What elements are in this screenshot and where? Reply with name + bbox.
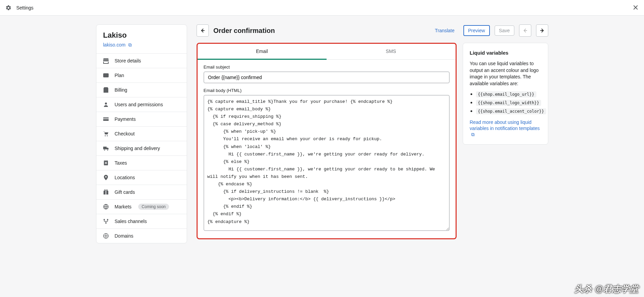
svg-point-0 xyxy=(105,103,107,105)
gear-icon xyxy=(5,5,12,11)
help-desc: You can use liquid variables to output a… xyxy=(470,60,541,87)
sidebar-item-label: Users and permissions xyxy=(115,102,163,107)
sidebar-item-label: Domains xyxy=(115,233,133,239)
sidebar-item-label: Locations xyxy=(115,175,135,180)
preview-button[interactable]: Preview xyxy=(463,25,490,36)
email-body-label: Email body (HTML) xyxy=(204,88,449,93)
gift-icon xyxy=(103,189,109,196)
sidebar-item-label: Plan xyxy=(115,73,124,78)
sidebar-item-label: Billing xyxy=(115,87,127,93)
sidebar-item-markets[interactable]: Markets Coming soon xyxy=(96,199,187,214)
user-icon xyxy=(103,101,109,108)
svg-point-4 xyxy=(107,135,108,136)
svg-point-14 xyxy=(105,222,107,224)
email-subject-input[interactable] xyxy=(204,72,449,83)
tabs: Email SMS xyxy=(198,44,456,60)
list-item: {{shop.email_logo_url}} xyxy=(476,91,541,97)
sidebar-item-gift-cards[interactable]: Gift cards xyxy=(96,185,187,199)
back-button[interactable] xyxy=(197,24,209,37)
channels-icon xyxy=(103,218,109,225)
domains-icon xyxy=(103,233,109,239)
coming-soon-badge: Coming soon xyxy=(138,204,169,210)
liquid-help-card: Liquid variables You can use liquid vari… xyxy=(463,43,548,145)
svg-rect-2 xyxy=(103,118,109,119)
svg-point-5 xyxy=(104,150,105,151)
close-icon[interactable]: ✕ xyxy=(632,3,639,12)
page-header: Order confirmation Translate Preview Sav… xyxy=(197,24,548,37)
liquid-var: {{shop.email_accent_color}} xyxy=(476,108,546,114)
sidebar-item-label: Taxes xyxy=(115,160,127,166)
help-var-list: {{shop.email_logo_url}} {{shop.email_log… xyxy=(470,91,541,114)
sidebar-item-store-details[interactable]: Store details xyxy=(96,53,187,68)
svg-rect-10 xyxy=(106,191,106,194)
plan-icon xyxy=(103,72,109,79)
sidebar-item-domains[interactable]: Domains xyxy=(96,228,187,243)
arrow-left-icon xyxy=(522,27,528,34)
save-button[interactable]: Save xyxy=(495,25,514,36)
sidebar-item-label: Markets xyxy=(115,204,132,209)
help-title: Liquid variables xyxy=(470,50,541,56)
sidebar-item-label: Store details xyxy=(115,58,141,63)
sidebar-item-label: Payments xyxy=(115,116,136,122)
topbar: Settings ✕ xyxy=(0,0,644,16)
store-icon xyxy=(103,57,109,64)
arrow-left-icon xyxy=(200,27,206,34)
sidebar-item-checkout[interactable]: Checkout xyxy=(96,126,187,141)
list-item: {{shop.email_logo_width}} xyxy=(476,99,541,106)
sidebar-item-label: Checkout xyxy=(115,131,135,136)
sidebar-item-label: Shipping and delivery xyxy=(115,146,160,151)
sidebar-item-payments[interactable]: Payments xyxy=(96,112,187,126)
sidebar-item-shipping[interactable]: Shipping and delivery xyxy=(96,141,187,155)
arrow-right-icon xyxy=(539,27,545,34)
sidebar-header: Lakiso lakiso.com ⧉ xyxy=(96,25,187,53)
external-link-icon: ⧉ xyxy=(471,132,475,137)
sidebar-item-label: Gift cards xyxy=(115,189,135,195)
list-item: {{shop.email_accent_color}} xyxy=(476,108,541,114)
sidebar-item-label: Sales channels xyxy=(115,219,147,224)
svg-point-3 xyxy=(105,135,106,136)
sidebar-item-plan[interactable]: Plan xyxy=(96,68,187,82)
location-icon xyxy=(103,174,109,181)
store-name: Lakiso xyxy=(103,31,180,40)
email-body-textarea[interactable] xyxy=(204,95,449,231)
email-editor-card: Email SMS Email subject Email body (HTML… xyxy=(197,43,457,239)
topbar-title: Settings xyxy=(16,5,34,11)
payments-icon xyxy=(103,116,109,123)
help-link[interactable]: Read more about using liquid variables i… xyxy=(470,119,540,137)
cart-icon xyxy=(103,130,109,137)
sidebar-item-locations[interactable]: Locations xyxy=(96,170,187,185)
svg-point-6 xyxy=(107,150,108,151)
liquid-var: {{shop.email_logo_width}} xyxy=(476,100,541,106)
translate-button[interactable]: Translate xyxy=(431,26,459,35)
tab-sms[interactable]: SMS xyxy=(327,44,456,59)
taxes-icon xyxy=(103,160,109,166)
globe-icon xyxy=(103,203,109,210)
svg-point-12 xyxy=(104,219,105,220)
billing-icon xyxy=(103,87,109,93)
truck-icon xyxy=(103,145,109,152)
sidebar-item-billing[interactable]: Billing xyxy=(96,82,187,97)
prev-button[interactable] xyxy=(519,24,531,37)
next-button[interactable] xyxy=(536,24,548,37)
sidebar-item-users[interactable]: Users and permissions xyxy=(96,97,187,112)
sidebar-item-taxes[interactable]: Taxes xyxy=(96,155,187,170)
email-subject-label: Email subject xyxy=(204,64,449,70)
page-title: Order confirmation xyxy=(214,27,275,35)
store-url-link[interactable]: lakiso.com ⧉ xyxy=(103,42,132,48)
settings-sidebar: Lakiso lakiso.com ⧉ Store details Plan B… xyxy=(96,24,187,243)
external-link-icon: ⧉ xyxy=(128,42,132,48)
sidebar-item-sales-channels[interactable]: Sales channels xyxy=(96,214,187,228)
tab-email[interactable]: Email xyxy=(198,44,327,60)
svg-point-13 xyxy=(107,219,108,220)
liquid-var: {{shop.email_logo_url}} xyxy=(476,91,536,97)
